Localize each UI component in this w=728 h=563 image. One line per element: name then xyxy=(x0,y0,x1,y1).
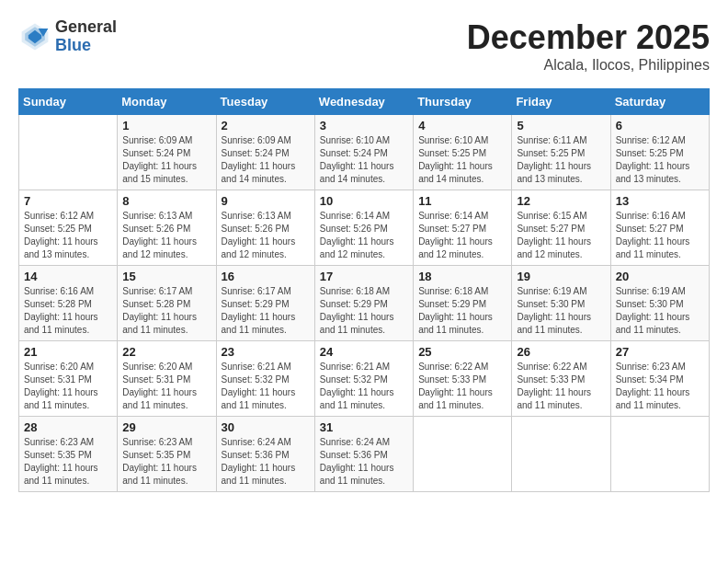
day-number: 26 xyxy=(517,345,605,359)
main-title: December 2025 xyxy=(467,18,710,57)
subtitle: Alcala, Ilocos, Philippines xyxy=(467,57,710,74)
day-info: Sunrise: 6:13 AMSunset: 5:26 PMDaylight:… xyxy=(122,210,210,261)
day-number: 21 xyxy=(24,345,112,359)
day-number: 29 xyxy=(122,420,210,434)
day-info: Sunrise: 6:20 AMSunset: 5:31 PMDaylight:… xyxy=(24,361,112,412)
day-number: 12 xyxy=(517,194,605,208)
calendar-cell-4-7: 27Sunrise: 6:23 AMSunset: 5:34 PMDayligh… xyxy=(610,341,709,417)
calendar-cell-5-5 xyxy=(414,417,512,492)
day-info: Sunrise: 6:13 AMSunset: 5:26 PMDaylight:… xyxy=(222,210,310,261)
logo: General Blue xyxy=(18,18,117,55)
day-info: Sunrise: 6:09 AMSunset: 5:24 PMDaylight:… xyxy=(122,134,210,186)
day-number: 6 xyxy=(616,119,704,132)
calendar-cell-2-2: 8Sunrise: 6:13 AMSunset: 5:26 PMDaylight… xyxy=(118,190,216,266)
calendar-week-3: 14Sunrise: 6:16 AMSunset: 5:28 PMDayligh… xyxy=(19,266,710,341)
day-info: Sunrise: 6:15 AMSunset: 5:27 PMDaylight:… xyxy=(517,210,605,261)
calendar-cell-5-2: 29Sunrise: 6:23 AMSunset: 5:35 PMDayligh… xyxy=(118,417,216,492)
day-number: 19 xyxy=(517,270,605,283)
calendar-cell-2-3: 9Sunrise: 6:13 AMSunset: 5:26 PMDaylight… xyxy=(216,190,314,266)
calendar-cell-1-3: 2Sunrise: 6:09 AMSunset: 5:24 PMDaylight… xyxy=(216,115,314,190)
calendar-cell-5-3: 30Sunrise: 6:24 AMSunset: 5:36 PMDayligh… xyxy=(216,417,314,492)
day-info: Sunrise: 6:22 AMSunset: 5:33 PMDaylight:… xyxy=(418,361,506,412)
day-number: 8 xyxy=(122,194,210,208)
calendar-cell-1-7: 6Sunrise: 6:12 AMSunset: 5:25 PMDaylight… xyxy=(610,115,709,190)
calendar-cell-3-5: 18Sunrise: 6:18 AMSunset: 5:29 PMDayligh… xyxy=(414,266,512,341)
header-thursday: Thursday xyxy=(414,89,512,115)
calendar-week-4: 21Sunrise: 6:20 AMSunset: 5:31 PMDayligh… xyxy=(19,341,710,417)
day-info: Sunrise: 6:10 AMSunset: 5:24 PMDaylight:… xyxy=(320,134,408,186)
day-info: Sunrise: 6:12 AMSunset: 5:25 PMDaylight:… xyxy=(24,210,112,261)
day-number: 5 xyxy=(517,119,605,132)
day-number: 30 xyxy=(222,420,310,434)
day-number: 16 xyxy=(222,270,310,283)
day-number: 1 xyxy=(122,119,210,132)
day-number: 23 xyxy=(222,345,310,359)
calendar-cell-4-5: 25Sunrise: 6:22 AMSunset: 5:33 PMDayligh… xyxy=(414,341,512,417)
calendar-cell-1-1 xyxy=(19,115,118,190)
day-number: 10 xyxy=(320,194,408,208)
calendar-cell-3-4: 17Sunrise: 6:18 AMSunset: 5:29 PMDayligh… xyxy=(314,266,413,341)
day-number: 31 xyxy=(320,420,408,434)
day-info: Sunrise: 6:14 AMSunset: 5:26 PMDaylight:… xyxy=(320,210,408,261)
day-info: Sunrise: 6:10 AMSunset: 5:25 PMDaylight:… xyxy=(418,134,506,186)
calendar-cell-5-7 xyxy=(610,417,709,492)
calendar-cell-3-2: 15Sunrise: 6:17 AMSunset: 5:28 PMDayligh… xyxy=(118,266,216,341)
day-info: Sunrise: 6:16 AMSunset: 5:28 PMDaylight:… xyxy=(24,285,112,337)
header-friday: Friday xyxy=(512,89,610,115)
calendar-cell-4-3: 23Sunrise: 6:21 AMSunset: 5:32 PMDayligh… xyxy=(216,341,314,417)
calendar-cell-2-7: 13Sunrise: 6:16 AMSunset: 5:27 PMDayligh… xyxy=(610,190,709,266)
day-number: 15 xyxy=(122,270,210,283)
logo-text: General Blue xyxy=(55,18,117,55)
day-info: Sunrise: 6:17 AMSunset: 5:29 PMDaylight:… xyxy=(222,285,310,337)
day-number: 7 xyxy=(24,194,112,208)
day-info: Sunrise: 6:24 AMSunset: 5:36 PMDaylight:… xyxy=(222,436,310,488)
day-info: Sunrise: 6:20 AMSunset: 5:31 PMDaylight:… xyxy=(122,361,210,412)
header-wednesday: Wednesday xyxy=(314,89,413,115)
day-info: Sunrise: 6:19 AMSunset: 5:30 PMDaylight:… xyxy=(616,285,704,337)
day-info: Sunrise: 6:11 AMSunset: 5:25 PMDaylight:… xyxy=(517,134,605,186)
day-number: 20 xyxy=(616,270,704,283)
day-number: 22 xyxy=(122,345,210,359)
calendar-week-5: 28Sunrise: 6:23 AMSunset: 5:35 PMDayligh… xyxy=(19,417,710,492)
day-number: 24 xyxy=(320,345,408,359)
calendar-cell-5-6 xyxy=(512,417,610,492)
day-number: 4 xyxy=(418,119,506,132)
calendar-cell-1-5: 4Sunrise: 6:10 AMSunset: 5:25 PMDaylight… xyxy=(414,115,512,190)
calendar-cell-2-5: 11Sunrise: 6:14 AMSunset: 5:27 PMDayligh… xyxy=(414,190,512,266)
calendar-cell-3-7: 20Sunrise: 6:19 AMSunset: 5:30 PMDayligh… xyxy=(610,266,709,341)
day-number: 13 xyxy=(616,194,704,208)
day-info: Sunrise: 6:21 AMSunset: 5:32 PMDaylight:… xyxy=(222,361,310,412)
day-number: 28 xyxy=(24,420,112,434)
day-info: Sunrise: 6:23 AMSunset: 5:34 PMDaylight:… xyxy=(616,361,704,412)
day-info: Sunrise: 6:21 AMSunset: 5:32 PMDaylight:… xyxy=(320,361,408,412)
calendar-cell-3-6: 19Sunrise: 6:19 AMSunset: 5:30 PMDayligh… xyxy=(512,266,610,341)
calendar-cell-3-3: 16Sunrise: 6:17 AMSunset: 5:29 PMDayligh… xyxy=(216,266,314,341)
day-info: Sunrise: 6:23 AMSunset: 5:35 PMDaylight:… xyxy=(24,436,112,488)
header-sunday: Sunday xyxy=(19,89,118,115)
calendar-cell-5-1: 28Sunrise: 6:23 AMSunset: 5:35 PMDayligh… xyxy=(19,417,118,492)
day-number: 9 xyxy=(222,194,310,208)
day-number: 17 xyxy=(320,270,408,283)
day-number: 27 xyxy=(616,345,704,359)
day-number: 25 xyxy=(418,345,506,359)
day-info: Sunrise: 6:24 AMSunset: 5:36 PMDaylight:… xyxy=(320,436,408,488)
calendar-cell-1-4: 3Sunrise: 6:10 AMSunset: 5:24 PMDaylight… xyxy=(314,115,413,190)
logo-blue-text: Blue xyxy=(55,37,117,55)
day-number: 2 xyxy=(222,119,310,132)
day-info: Sunrise: 6:18 AMSunset: 5:29 PMDaylight:… xyxy=(320,285,408,337)
calendar-cell-3-1: 14Sunrise: 6:16 AMSunset: 5:28 PMDayligh… xyxy=(19,266,118,341)
calendar-cell-4-4: 24Sunrise: 6:21 AMSunset: 5:32 PMDayligh… xyxy=(314,341,413,417)
title-block: December 2025 Alcala, Ilocos, Philippine… xyxy=(467,18,710,74)
day-info: Sunrise: 6:19 AMSunset: 5:30 PMDaylight:… xyxy=(517,285,605,337)
header-monday: Monday xyxy=(118,89,216,115)
calendar-cell-2-1: 7Sunrise: 6:12 AMSunset: 5:25 PMDaylight… xyxy=(19,190,118,266)
day-info: Sunrise: 6:17 AMSunset: 5:28 PMDaylight:… xyxy=(122,285,210,337)
calendar-cell-1-6: 5Sunrise: 6:11 AMSunset: 5:25 PMDaylight… xyxy=(512,115,610,190)
calendar-cell-5-4: 31Sunrise: 6:24 AMSunset: 5:36 PMDayligh… xyxy=(314,417,413,492)
day-number: 3 xyxy=(320,119,408,132)
calendar-cell-1-2: 1Sunrise: 6:09 AMSunset: 5:24 PMDaylight… xyxy=(118,115,216,190)
calendar-cell-2-4: 10Sunrise: 6:14 AMSunset: 5:26 PMDayligh… xyxy=(314,190,413,266)
logo-icon xyxy=(18,20,51,53)
calendar-header-row: Sunday Monday Tuesday Wednesday Thursday… xyxy=(19,89,710,115)
logo-general-text: General xyxy=(55,18,117,37)
